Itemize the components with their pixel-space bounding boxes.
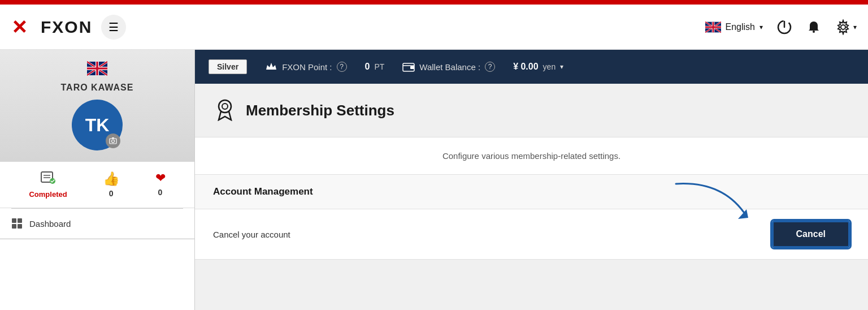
sidebar-item-dashboard[interactable]: Dashboard bbox=[0, 209, 194, 239]
wallet-unit: yen bbox=[543, 62, 556, 71]
uk-flag-icon bbox=[705, 21, 721, 33]
language-label: English bbox=[726, 22, 755, 32]
camera-icon bbox=[109, 137, 117, 145]
svg-rect-15 bbox=[18, 218, 22, 223]
fxon-logo: ✕ FXON bbox=[11, 16, 92, 38]
logo-icon: ✕ bbox=[11, 16, 38, 38]
svg-point-5 bbox=[841, 25, 845, 29]
wallet-area: Wallet Balance : ? bbox=[402, 62, 495, 72]
svg-rect-16 bbox=[12, 224, 16, 229]
page-header: Membership Settings bbox=[195, 84, 868, 137]
settings-button[interactable]: ▾ bbox=[835, 19, 857, 35]
stat-likes: 👍 0 bbox=[103, 171, 120, 199]
language-chevron: ▾ bbox=[760, 23, 763, 31]
sidebar: TARO KAWASE TK bbox=[0, 50, 195, 310]
hamburger-icon: ☰ bbox=[108, 20, 119, 34]
fxon-point-area: FXON Point : ? bbox=[265, 61, 346, 73]
point-value: 0 bbox=[365, 62, 370, 72]
thumbsup-icon: 👍 bbox=[103, 171, 120, 187]
header: ✕ FXON ☰ English ▾ bbox=[0, 5, 868, 50]
svg-text:✕: ✕ bbox=[11, 16, 27, 38]
crown-icon bbox=[265, 61, 277, 73]
svg-rect-14 bbox=[12, 218, 16, 223]
sidebar-flag-icon bbox=[87, 61, 107, 78]
header-right: English ▾ ▾ bbox=[705, 19, 857, 35]
language-selector[interactable]: English ▾ bbox=[705, 21, 763, 33]
settings-chevron: ▾ bbox=[853, 23, 857, 31]
uk-flag-sidebar-icon bbox=[87, 61, 107, 76]
favorites-value: 0 bbox=[158, 188, 163, 197]
cancel-button[interactable]: Cancel bbox=[772, 221, 850, 248]
completed-label: Completed bbox=[29, 190, 67, 199]
wallet-question[interactable]: ? bbox=[485, 62, 495, 72]
completed-icon bbox=[40, 171, 56, 188]
point-unit: PT bbox=[374, 62, 384, 71]
page-description: Configure various membership-related set… bbox=[195, 137, 868, 175]
svg-point-8 bbox=[112, 140, 115, 143]
sidebar-nav: Dashboard bbox=[0, 209, 194, 310]
fxon-point-label: FXON Point : bbox=[282, 62, 332, 72]
svg-point-21 bbox=[219, 100, 231, 113]
section-header: Account Management bbox=[195, 175, 868, 209]
svg-point-4 bbox=[813, 31, 815, 33]
main-layout: TARO KAWASE TK bbox=[0, 50, 868, 310]
sidebar-username: TARO KAWASE bbox=[61, 83, 134, 93]
cancel-account-label: Cancel your account bbox=[213, 230, 290, 239]
wallet-value-area: ¥ 0.00 yen ▾ bbox=[513, 62, 563, 72]
stat-favorites: ❤ 0 bbox=[155, 171, 166, 199]
svg-rect-9 bbox=[112, 137, 114, 139]
page-title: Membership Settings bbox=[246, 102, 394, 119]
info-bar: Silver FXON Point : ? 0 PT Wallet Balanc… bbox=[195, 50, 868, 84]
likes-value: 0 bbox=[109, 189, 114, 198]
dashboard-icon bbox=[11, 218, 23, 229]
settings-gear-icon bbox=[835, 19, 851, 35]
logo-text: FXON bbox=[41, 18, 92, 37]
svg-marker-23 bbox=[738, 209, 748, 219]
svg-rect-7 bbox=[110, 139, 116, 144]
power-icon bbox=[776, 19, 792, 35]
page-content: Membership Settings Configure various me… bbox=[195, 84, 868, 310]
camera-button[interactable] bbox=[106, 134, 120, 148]
avatar-container: TK bbox=[72, 100, 123, 150]
point-value-area: 0 PT bbox=[365, 62, 385, 72]
checklist-icon bbox=[40, 171, 56, 184]
menu-button[interactable]: ☰ bbox=[101, 15, 126, 40]
membership-icon bbox=[213, 97, 237, 123]
svg-point-22 bbox=[222, 104, 228, 109]
award-icon bbox=[213, 97, 237, 121]
logo-area: ✕ FXON ☰ bbox=[11, 15, 705, 40]
svg-rect-17 bbox=[18, 224, 22, 229]
notification-button[interactable] bbox=[806, 19, 822, 35]
main-content: Silver FXON Point : ? 0 PT Wallet Balanc… bbox=[195, 50, 868, 310]
wallet-value: ¥ 0.00 bbox=[513, 62, 538, 72]
heart-icon: ❤ bbox=[155, 171, 166, 186]
sidebar-profile: TARO KAWASE TK bbox=[0, 50, 194, 162]
top-red-bar bbox=[0, 0, 868, 5]
power-button[interactable] bbox=[776, 19, 792, 35]
fxon-point-question[interactable]: ? bbox=[337, 62, 347, 72]
silver-badge: Silver bbox=[209, 59, 247, 74]
sidebar-stats: Completed 👍 0 ❤ 0 bbox=[0, 162, 194, 208]
svg-rect-19 bbox=[410, 66, 414, 69]
dashboard-label: Dashboard bbox=[29, 219, 71, 229]
bell-icon bbox=[806, 19, 822, 35]
wallet-icon bbox=[402, 62, 415, 72]
wallet-chevron[interactable]: ▾ bbox=[560, 63, 563, 71]
account-management-row: Cancel your account Cancel bbox=[195, 209, 868, 260]
stat-completed: Completed bbox=[29, 171, 67, 199]
nav-divider bbox=[0, 239, 194, 239]
wallet-label: Wallet Balance : bbox=[419, 62, 480, 72]
